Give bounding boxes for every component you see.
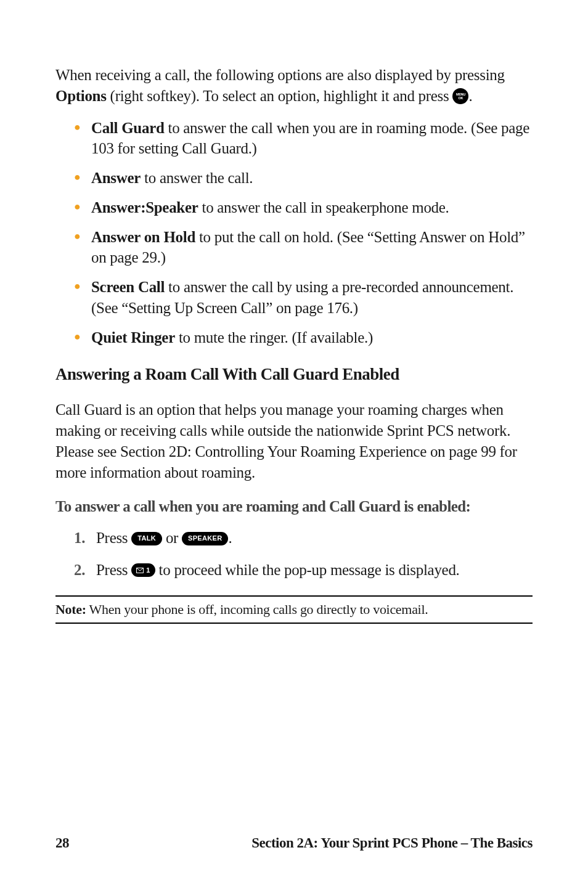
bullet-text: to answer the call in speakerphone mode.: [198, 199, 449, 216]
talk-button-icon: TALK: [131, 532, 162, 545]
page-footer: 28 Section 2A: Your Sprint PCS Phone – T…: [55, 835, 533, 851]
options-list: Call Guard to answer the call when you a…: [55, 118, 533, 348]
step-text-mid: or: [162, 529, 182, 546]
bullet-label: Screen Call: [91, 279, 165, 295]
bullet-answer: Answer to answer the call.: [74, 168, 533, 189]
bullet-label: Answer: [91, 169, 141, 186]
bullet-label: Quiet Ringer: [91, 329, 175, 346]
intro-text-2: (right softkey). To select an option, hi…: [107, 88, 453, 104]
bullet-label: Call Guard: [91, 120, 165, 136]
steps-list: Press TALK or SPEAKER. Press 1 to procee…: [55, 528, 533, 581]
section-title: Section 2A: Your Sprint PCS Phone – The …: [251, 835, 533, 851]
mail-icon: [136, 568, 144, 573]
intro-text-1: When receiving a call, the following opt…: [55, 67, 505, 83]
bullet-label: Answer on Hold: [91, 229, 195, 245]
roam-paragraph: Call Guard is an option that helps you m…: [55, 399, 533, 483]
menu-ok-icon: [452, 88, 468, 104]
subheading: Answering a Roam Call With Call Guard En…: [55, 365, 533, 384]
bullet-answer-on-hold: Answer on Hold to put the call on hold. …: [74, 227, 533, 269]
step-text-post: to proceed while the pop-up message is d…: [155, 561, 460, 578]
step-2: Press 1 to proceed while the pop-up mess…: [74, 560, 533, 581]
intro-text-3: .: [468, 88, 472, 104]
bullet-text: to mute the ringer. (If available.): [175, 329, 373, 346]
speaker-button-icon: SPEAKER: [182, 532, 228, 545]
step-text-pre: Press: [96, 529, 131, 546]
note-text: When your phone is off, incoming calls g…: [86, 602, 428, 617]
mail-1-button-icon: 1: [131, 563, 155, 577]
bullet-call-guard: Call Guard to answer the call when you a…: [74, 118, 533, 160]
button-one-label: 1: [146, 566, 150, 575]
bullet-text: to answer the call.: [141, 169, 253, 186]
procedure-lead: To answer a call when you are roaming an…: [55, 498, 533, 515]
bullet-quiet-ringer: Quiet Ringer to mute the ringer. (If ava…: [74, 327, 533, 348]
intro-paragraph: When receiving a call, the following opt…: [55, 65, 533, 107]
note-box: Note: When your phone is off, incoming c…: [55, 595, 533, 624]
step-text-post: .: [228, 529, 232, 546]
step-1: Press TALK or SPEAKER.: [74, 528, 533, 549]
note-label: Note:: [55, 602, 86, 617]
intro-options: Options: [55, 88, 107, 104]
step-text-pre: Press: [96, 561, 131, 578]
page-number: 28: [55, 835, 69, 851]
bullet-screen-call: Screen Call to answer the call by using …: [74, 277, 533, 319]
bullet-answer-speaker: Answer:Speaker to answer the call in spe…: [74, 197, 533, 218]
bullet-label: Answer:Speaker: [91, 199, 198, 216]
